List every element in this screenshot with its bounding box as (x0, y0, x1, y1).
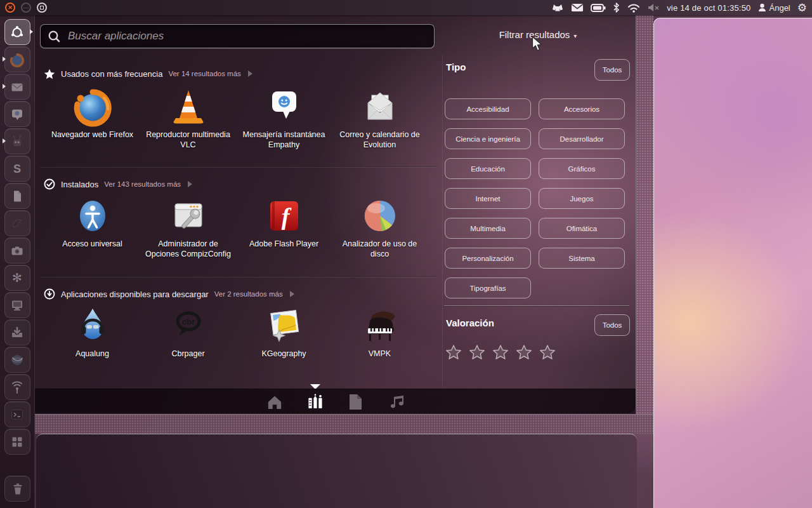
chevron-right-icon[interactable] (248, 70, 252, 77)
minimize-button[interactable]: — (21, 3, 31, 13)
rating-all-button[interactable]: Todos (594, 314, 630, 336)
vmpk-icon (360, 304, 400, 346)
type-all-button[interactable]: Todos (594, 59, 630, 81)
launcher-item-workspace-switcher[interactable] (4, 429, 30, 455)
app-tile[interactable]: Mensajería instantánea Empathy (236, 85, 332, 150)
star-rating-icon[interactable] (445, 344, 462, 360)
clock[interactable]: vie 14 de oct 01:35:50 (667, 3, 750, 13)
category-juegos[interactable]: Juegos (539, 188, 625, 209)
category-educacion[interactable]: Educación (445, 158, 531, 179)
session-menu-icon[interactable]: ⚙ (797, 3, 807, 13)
star-rating-icon[interactable] (492, 344, 509, 360)
category-graficos[interactable]: Gráficos (539, 158, 625, 179)
evolution-icon (360, 85, 400, 127)
apps-row-available: Aqualung cbr Cbrpager KGeography VMPK (44, 304, 428, 359)
messaging-menu-icon[interactable] (571, 3, 584, 12)
launcher-item-mail[interactable] (4, 74, 30, 100)
user-menu[interactable]: Ángel (758, 3, 790, 13)
firefox-icon (9, 51, 25, 68)
launcher-item-photo-camera[interactable] (4, 237, 30, 264)
terminal-icon (10, 407, 25, 422)
category-sistema[interactable]: Sistema (539, 248, 625, 269)
launcher-item-eagle[interactable] (4, 210, 30, 236)
app-indicator-icon[interactable] (551, 3, 564, 13)
accessibility-icon (72, 194, 113, 236)
launcher-item-trash[interactable] (4, 476, 30, 502)
launcher-item-skype[interactable]: S (4, 156, 30, 182)
search-input[interactable] (68, 30, 428, 43)
separator (40, 276, 436, 277)
launcher-item-terminal[interactable] (4, 401, 30, 427)
aqualung-icon (72, 304, 113, 346)
camera-icon (10, 243, 25, 258)
home-lens-button[interactable] (265, 394, 284, 410)
category-accesibilidad[interactable]: Accesibilidad (445, 98, 531, 119)
launcher-item-media-swirl[interactable]: ✻ (4, 265, 30, 291)
app-tile[interactable]: Reproductor multimedia VLC (140, 85, 236, 150)
launcher-item-ubuntu-dash[interactable] (4, 19, 30, 45)
download-circle-icon (44, 288, 55, 300)
see-more-link[interactable]: Ver 14 resultados más (168, 70, 240, 77)
app-tile[interactable]: KGeography (236, 304, 332, 359)
close-button[interactable]: ✕ (5, 3, 15, 13)
install-icon (10, 325, 25, 340)
launcher-item-broadcast[interactable] (4, 374, 30, 400)
launcher-item-libreoffice[interactable] (4, 183, 30, 209)
wifi-icon[interactable] (627, 3, 641, 13)
dash-frame-right (636, 15, 653, 434)
app-tile[interactable]: f Adobe Flash Player (236, 194, 332, 260)
dash-frame-bottom (35, 414, 653, 434)
files-lens-button[interactable] (346, 394, 365, 410)
app-tile[interactable]: Correo y calendario de Evolution (332, 85, 428, 150)
column-separator (442, 55, 443, 387)
app-tile[interactable]: Acceso universal (44, 194, 140, 260)
volume-muted-icon[interactable] (648, 3, 660, 12)
star-rating-icon[interactable] (539, 344, 556, 360)
app-tile[interactable]: Administrador de Opciones CompizConfig (140, 194, 236, 260)
category-tipografias[interactable]: Tipografías (445, 277, 531, 298)
battery-icon[interactable] (591, 4, 606, 12)
swirl-icon: ✻ (12, 272, 22, 284)
launcher-item-robot-messenger[interactable] (4, 128, 30, 154)
see-more-link[interactable]: Ver 143 resultados más (104, 180, 181, 188)
background-window (653, 18, 812, 508)
search-bar[interactable] (40, 24, 435, 48)
category-ofimatica[interactable]: Ofimática (539, 218, 625, 239)
star-rating-icon[interactable] (516, 344, 532, 360)
app-tile[interactable]: Aqualung (44, 304, 140, 359)
chevron-right-icon[interactable] (188, 181, 192, 187)
launcher-item-web-globe[interactable] (4, 347, 30, 373)
launcher-item-remote-desktop[interactable] (4, 292, 30, 318)
category-internet[interactable]: Internet (445, 188, 531, 209)
app-tile[interactable]: Navegador web Firefox (44, 85, 140, 150)
flash-icon: f (264, 194, 304, 236)
launcher-item-empathy[interactable] (4, 101, 30, 127)
category-accesorios[interactable]: Accesorios (539, 98, 625, 119)
app-tile[interactable]: Analizador de uso de disco (332, 194, 428, 260)
see-more-link[interactable]: Ver 2 resultados más (214, 290, 283, 298)
category-multimedia[interactable]: Multimedia (445, 218, 531, 239)
chevron-right-icon[interactable] (290, 291, 294, 297)
files-icon (348, 394, 363, 410)
category-desarrollador[interactable]: Desarrollador (539, 128, 625, 149)
maximize-button[interactable] (37, 3, 47, 13)
globe-icon (10, 352, 25, 368)
category-personalizacion[interactable]: Personalización (445, 248, 531, 269)
launcher: S ✻ (0, 15, 35, 508)
category-ciencia[interactable]: Ciencia e ingeniería (445, 128, 531, 149)
vlc-icon (168, 85, 209, 127)
section-header-installed: Instalados Ver 143 resultados más (44, 178, 192, 190)
bluetooth-icon[interactable] (613, 3, 620, 13)
launcher-item-package-installer[interactable] (4, 319, 30, 345)
apps-row-installed: Acceso universal Administrador de Opcion… (44, 194, 428, 260)
applications-lens-button[interactable] (306, 394, 325, 410)
star-rating-icon[interactable] (469, 344, 485, 360)
app-tile[interactable]: VMPK (332, 304, 428, 359)
applications-icon (306, 394, 324, 410)
music-lens-button[interactable] (387, 394, 406, 410)
background-window-bottom (36, 434, 637, 508)
launcher-item-firefox[interactable] (4, 46, 30, 72)
separator (40, 166, 436, 168)
ubuntu-logo-icon (10, 25, 25, 40)
app-tile[interactable]: cbr Cbrpager (140, 304, 236, 359)
